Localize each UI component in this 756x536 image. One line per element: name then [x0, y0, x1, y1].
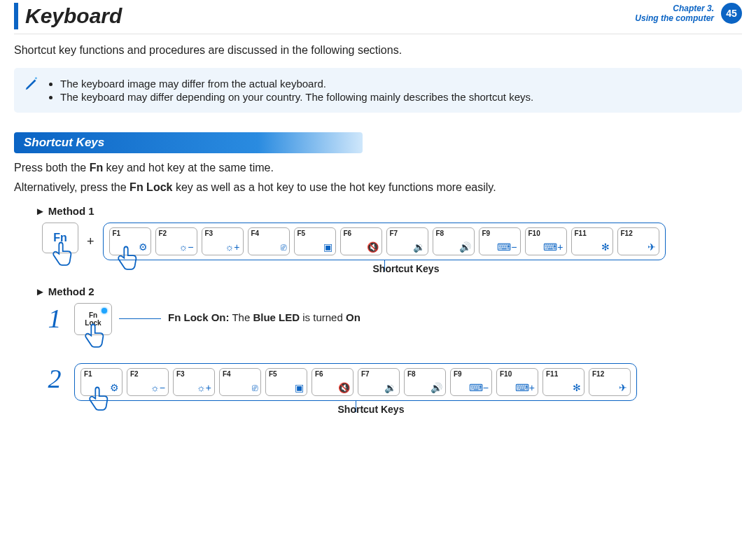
note-item: The keyboard may differ depending on you… [60, 91, 533, 103]
page-number-badge: 45 [721, 3, 742, 24]
fkey-label: F2 [130, 370, 139, 378]
plus-sign: + [87, 234, 94, 249]
title-accent-bar [14, 3, 18, 29]
fkey-f3: F3☼+ [202, 227, 244, 255]
note-callout: The keyboard image may differ from the a… [14, 68, 742, 113]
fkey-f7: F7🔉 [386, 227, 428, 255]
page-title: Keyboard [25, 4, 122, 28]
fkey-f12: F12✈ [589, 368, 631, 396]
hand-pointer-icon [80, 321, 106, 359]
fkey-icon: 🔉 [413, 241, 425, 253]
fkey-f12: F12✈ [617, 227, 659, 255]
page-header: Keyboard Chapter 3. Using the computer 4… [14, 0, 742, 34]
fkey-strip: F1⚙F2☼−F3☼+F4⎚F5▣F6🔇F7🔉F8🔊F9⌨−F10⌨+F11✻F… [74, 363, 637, 401]
fkey-icon: ⎚ [281, 241, 286, 253]
section-heading: Shortcut Keys [14, 132, 363, 153]
fkey-icon: 🔇 [367, 241, 379, 253]
fkey-icon: 🔉 [384, 382, 396, 393]
section-desc-1: Press both the Fn key and hot key at the… [14, 162, 742, 174]
fkey-label: F10 [528, 230, 540, 237]
fkey-icon: ⌨− [497, 241, 517, 253]
method1-heading: ►Method 1 [35, 205, 742, 217]
strip-caption: Shortcut Keys [119, 263, 693, 274]
fkey-f11: F11✻ [571, 227, 613, 255]
fkey-label: F9 [482, 230, 491, 237]
header-chapter-text: Chapter 3. Using the computer [635, 3, 714, 24]
fkey-label: F3 [205, 230, 214, 237]
fkey-label: F9 [454, 370, 462, 378]
fkey-label: F8 [407, 370, 416, 378]
fkey-f10: F10⌨+ [525, 227, 567, 255]
method2-step2: 2 F1⚙F2☼−F3☼+F4⎚F5▣F6🔇F7🔉F8🔊F9⌨−F10⌨+F11… [42, 363, 742, 401]
step-number: 1 [42, 303, 67, 334]
chapter-subtitle: Using the computer [635, 13, 714, 23]
fkey-label: F6 [315, 370, 323, 378]
fkey-f8: F8🔊 [433, 227, 475, 255]
fkey-label: F3 [176, 370, 185, 378]
fkey-label: F1 [84, 370, 92, 378]
fkey-icon: ✈ [619, 382, 627, 393]
fkey-icon: ✈ [648, 241, 656, 253]
fkey-label: F5 [298, 230, 306, 237]
fkey-icon: 🔇 [338, 382, 350, 393]
fkey-label: F12 [621, 230, 633, 237]
method1-row: Fn + F1⚙F2☼−F3☼+F4⎚F5▣F6🔇F7🔉F8🔊F9⌨−F10⌨+… [42, 223, 742, 260]
fkey-icon: ⌨+ [543, 241, 563, 253]
fkey-icon: ✻ [601, 241, 610, 253]
fkey-f5: F5▣ [294, 227, 336, 255]
fkey-label: F7 [361, 370, 370, 378]
note-icon [24, 76, 39, 92]
fkey-f2: F2☼− [127, 368, 169, 396]
fkey-icon: ⌨− [469, 382, 489, 393]
fkey-label: F2 [159, 230, 167, 237]
fkey-f2: F2☼− [155, 227, 197, 255]
fkey-label: F5 [269, 370, 277, 378]
fkey-label: F12 [592, 370, 604, 378]
fkey-label: F8 [436, 230, 444, 237]
fkey-icon: 🔊 [459, 241, 471, 253]
fkey-icon: ☼− [179, 241, 194, 253]
hand-pointer-icon [48, 239, 74, 277]
fkey-icon: ▣ [323, 241, 332, 253]
led-indicator-icon [102, 308, 107, 313]
fkey-f7: F7🔉 [358, 368, 400, 396]
fkey-f8: F8🔊 [404, 368, 446, 396]
fkey-f6: F6🔇 [312, 368, 354, 396]
fkey-f10: F10⌨+ [496, 368, 538, 396]
hand-pointer-icon [113, 244, 139, 281]
fkey-icon: ▣ [295, 382, 304, 393]
hand-pointer-icon [84, 384, 111, 422]
fkey-label: F10 [500, 370, 512, 378]
fkey-f11: F11✻ [542, 368, 584, 396]
method2-heading: ►Method 2 [35, 285, 742, 297]
fkey-icon: ⚙ [139, 241, 148, 253]
chapter-number: Chapter 3. [635, 3, 714, 13]
fkey-f9: F9⌨− [479, 227, 521, 255]
fkey-f3: F3☼+ [173, 368, 215, 396]
fkey-icon: ☼− [150, 382, 165, 393]
fkey-icon: ⚙ [110, 382, 119, 393]
section-desc-2: Alternatively, press the Fn Lock key as … [14, 181, 742, 194]
fkey-f5: F5▣ [265, 368, 307, 396]
fkey-icon: ☼+ [197, 382, 211, 393]
step-number: 2 [42, 363, 67, 394]
fkey-label: F11 [546, 370, 558, 378]
fkey-label: F4 [223, 370, 231, 378]
led-callout-line [119, 318, 161, 319]
fkey-icon: ✻ [573, 382, 581, 393]
fkey-label: F1 [113, 230, 121, 237]
note-list: The keyboard image may differ from the a… [48, 76, 533, 104]
fkey-strip: F1⚙F2☼−F3☼+F4⎚F5▣F6🔇F7🔉F8🔊F9⌨−F10⌨+F11✻F… [103, 223, 666, 260]
intro-text: Shortcut key functions and procedures ar… [14, 44, 742, 57]
fkey-icon: 🔊 [430, 382, 442, 393]
fkey-label: F11 [575, 230, 587, 237]
fkey-f6: F6🔇 [340, 227, 382, 255]
fkey-label: F6 [344, 230, 352, 237]
fkey-icon: ⎚ [252, 382, 258, 393]
fkey-f4: F4⎚ [248, 227, 290, 255]
fkey-icon: ⌨+ [515, 382, 535, 393]
fn-lock-callout: Fn Lock On: The Blue LED is turned On [168, 311, 360, 323]
strip-caption: Shortcut Keys [84, 404, 658, 415]
fkey-label: F4 [251, 230, 260, 237]
fkey-f4: F4⎚ [219, 368, 261, 396]
